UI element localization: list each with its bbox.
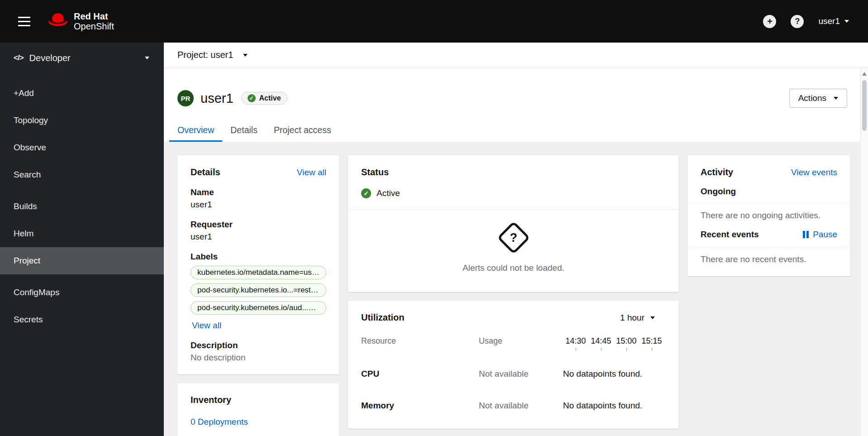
status-card: Status ✓ Active ?	[348, 155, 679, 292]
details-view-all-link[interactable]: View all	[297, 168, 326, 177]
sidebar-item-project[interactable]: Project	[0, 247, 164, 274]
time-tick: 14:45	[588, 336, 614, 351]
check-circle-icon: ✓	[361, 188, 371, 198]
actions-button-label: Actions	[798, 93, 826, 103]
time-axis: 14:30 14:45 15:00 15:15	[563, 336, 666, 351]
labels-view-all-link[interactable]: View all	[192, 321, 221, 331]
memory-usage: Not available	[479, 401, 563, 411]
activity-card: Activity View events Ongoing There are n…	[687, 155, 850, 276]
help-icon[interactable]: ?	[791, 15, 804, 28]
perspective-label: Developer	[29, 53, 71, 63]
sidebar-item-search[interactable]: Search	[0, 161, 164, 188]
memory-label: Memory	[361, 401, 479, 411]
divider	[687, 247, 850, 247]
unknown-icon: ?	[497, 221, 530, 254]
time-tick: 15:00	[614, 336, 639, 351]
activity-card-title: Activity	[701, 167, 733, 177]
perspective-switcher[interactable]: </> Developer	[0, 43, 164, 73]
ongoing-empty-message: There are no ongoing activities.	[701, 211, 837, 220]
utilization-row-cpu: CPU Not available No datapoints found.	[361, 369, 666, 379]
details-card-title: Details	[191, 167, 220, 177]
ongoing-label: Ongoing	[701, 187, 736, 196]
tab-details[interactable]: Details	[222, 119, 266, 142]
redhat-fedora-icon	[48, 12, 68, 30]
actions-button[interactable]: Actions	[789, 89, 847, 108]
main-area: Project: user1 PR user1 ✓ Active Actions	[164, 43, 868, 436]
status-badge-label: Active	[259, 94, 281, 102]
chevron-down-icon	[844, 20, 849, 23]
label-chip[interactable]: pod-security.kubernetes.io...=restric...	[191, 283, 326, 297]
tab-project-access[interactable]: Project access	[266, 119, 339, 142]
overview-dashboard: Details View all Name user1 Requester us…	[164, 142, 868, 436]
project-selector-label: Project: user1	[177, 50, 233, 60]
pause-button-label: Pause	[813, 230, 837, 240]
alerts-empty-state: ? Alerts could not be loaded.	[348, 210, 679, 292]
status-active-label: Active	[377, 188, 400, 198]
utilization-header-row: Resource Usage 14:30 14:45 15:00 15:15	[361, 336, 666, 351]
sidebar-item-helm[interactable]: Helm	[0, 220, 164, 247]
label-chip[interactable]: pod-security.kubernetes.io/aud...=v1...	[191, 301, 326, 315]
nav-toggle-button[interactable]	[14, 10, 35, 34]
duration-label: 1 hour	[620, 313, 644, 323]
project-selector[interactable]: Project: user1	[164, 43, 868, 68]
chevron-down-icon	[834, 97, 838, 100]
openshift-console: Red Hat OpenShift + ? user1 </> Develope…	[0, 0, 868, 436]
sidebar-item-observe[interactable]: Observe	[0, 134, 164, 161]
sidebar-item-configmaps[interactable]: ConfigMaps	[0, 279, 164, 306]
user-menu[interactable]: user1	[818, 16, 849, 26]
time-tick: 14:30	[563, 336, 588, 351]
inventory-card: Inventory 0 Deployments	[177, 383, 339, 436]
cpu-usage: Not available	[479, 369, 563, 379]
deployments-link[interactable]: 0 Deployments	[191, 417, 248, 427]
user-menu-label: user1	[818, 16, 840, 26]
labels-label: Labels	[191, 252, 326, 262]
pause-button[interactable]: Pause	[803, 230, 837, 240]
chevron-down-icon	[243, 54, 248, 57]
masthead-toolbar: + ? user1	[763, 15, 849, 28]
requester-value: user1	[191, 232, 326, 242]
tab-bar: Overview Details Project access	[169, 119, 854, 142]
tab-overview[interactable]: Overview	[169, 119, 222, 142]
middle-column: Status ✓ Active ?	[348, 155, 679, 429]
name-value: user1	[191, 200, 326, 210]
label-chip[interactable]: kubernetes.io/metadata.name=user1	[191, 266, 326, 279]
memory-datapoints: No datapoints found.	[563, 401, 666, 411]
name-label: Name	[191, 187, 326, 197]
vertical-scrollbar[interactable]	[860, 68, 868, 436]
cpu-datapoints: No datapoints found.	[563, 369, 666, 379]
usage-column-header: Usage	[479, 336, 563, 346]
requester-label: Requester	[191, 220, 326, 230]
add-circle-icon[interactable]: +	[763, 15, 776, 28]
description-value: No description	[191, 353, 326, 363]
brand-text: Red Hat OpenShift	[74, 11, 114, 32]
nav-list: +Add Topology Observe Search Builds Helm…	[0, 73, 164, 333]
nav-section-gap	[0, 188, 164, 193]
duration-dropdown[interactable]: 1 hour	[620, 313, 655, 323]
recent-empty-message: There are no recent events.	[701, 254, 837, 264]
project-resource-badge: PR	[177, 90, 194, 106]
utilization-card: Utilization 1 hour Resource Usage	[348, 301, 679, 429]
nav-section-gap	[0, 274, 164, 279]
sidebar-item-topology[interactable]: Topology	[0, 107, 164, 134]
status-card-title: Status	[361, 167, 389, 177]
status-badge: ✓ Active	[241, 92, 287, 105]
scrollbar-thumb[interactable]	[862, 80, 867, 131]
redhat-openshift-logo[interactable]: Red Hat OpenShift	[48, 11, 114, 32]
page-title: user1	[200, 91, 234, 106]
sidebar-item-builds[interactable]: Builds	[0, 193, 164, 220]
brand-line2: OpenShift	[74, 21, 114, 31]
view-events-link[interactable]: View events	[791, 168, 837, 177]
utilization-card-title: Utilization	[361, 312, 405, 323]
code-icon: </>	[14, 53, 24, 62]
brand-line1: Red Hat	[74, 11, 114, 21]
sidebar-item-secrets[interactable]: Secrets	[0, 306, 164, 333]
scrollbar-up-arrow-icon[interactable]	[862, 72, 867, 76]
scroll-region: PR user1 ✓ Active Actions Overview	[164, 68, 868, 436]
details-card: Details View all Name user1 Requester us…	[177, 155, 339, 374]
divider	[687, 203, 850, 203]
chevron-down-icon	[145, 57, 149, 59]
resource-column-header: Resource	[361, 336, 479, 346]
sidebar-item-add[interactable]: +Add	[0, 80, 164, 107]
sidebar-nav: </> Developer +Add Topology Observe Sear…	[0, 43, 164, 436]
recent-events-label: Recent events	[701, 230, 759, 240]
